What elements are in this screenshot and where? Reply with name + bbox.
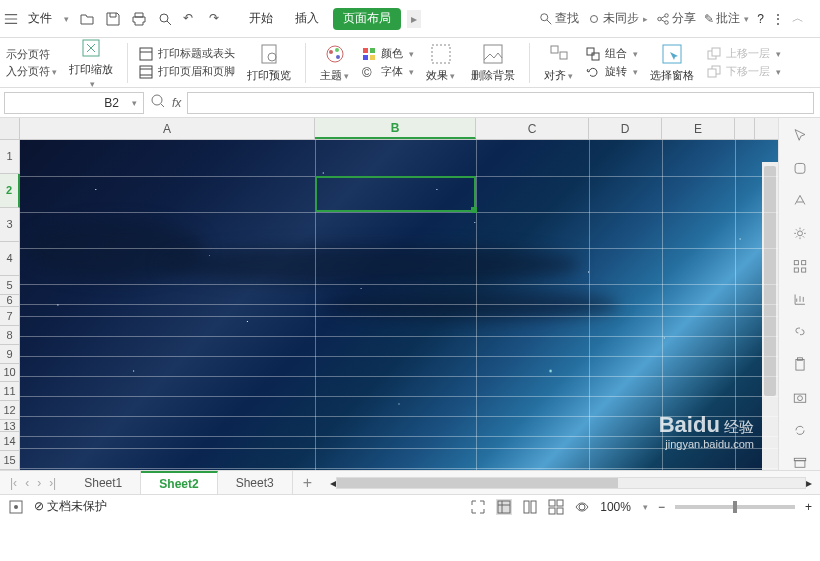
font-button[interactable]: ©字体▾ (361, 64, 414, 80)
undo-icon[interactable]: ↶ (183, 11, 199, 27)
shape-icon[interactable] (791, 161, 809, 176)
menu-icon[interactable] (4, 12, 18, 26)
camera-icon[interactable] (791, 390, 809, 405)
view-pagelayout-icon[interactable] (548, 499, 564, 515)
tab-scroll-icon[interactable]: ▸ (407, 10, 421, 28)
row-header[interactable]: 14 (0, 432, 20, 451)
row-header[interactable]: 4 (0, 242, 20, 276)
tab-next-icon[interactable]: › (37, 476, 41, 490)
cells-area[interactable]: Baidu 经验 jingyan.baidu.com (20, 140, 778, 470)
col-header-e[interactable]: E (662, 118, 735, 139)
preview-icon[interactable] (157, 11, 173, 27)
print-scaling-button[interactable]: 打印缩放▾ (65, 36, 117, 89)
col-header-b[interactable]: B (315, 118, 476, 139)
sheet-tab-1[interactable]: Sheet1 (66, 471, 141, 494)
group-button[interactable]: 组合▾ (585, 46, 638, 62)
help-icon[interactable]: ? (757, 12, 764, 26)
apps-icon[interactable] (791, 259, 809, 274)
zoom-value[interactable]: 100% (600, 500, 631, 514)
row-header[interactable]: 8 (0, 326, 20, 345)
tab-last-icon[interactable]: ›| (49, 476, 56, 490)
svg-point-32 (797, 231, 802, 236)
view-normal-icon[interactable] (496, 499, 512, 515)
insert-pagebreak-label[interactable]: 入分页符▾ (6, 64, 57, 79)
zoom-cell-icon[interactable] (150, 93, 166, 112)
print-header-footer-button[interactable]: 打印页眉和页脚 (138, 64, 235, 80)
col-header-d[interactable]: D (589, 118, 662, 139)
row-header[interactable]: 15 (0, 451, 20, 470)
sheet-tab-2[interactable]: Sheet2 (141, 471, 217, 494)
file-menu[interactable]: 文件 (22, 6, 58, 31)
col-header-a[interactable]: A (20, 118, 315, 139)
chart-icon[interactable] (791, 292, 809, 307)
horizontal-scrollbar[interactable] (336, 477, 806, 489)
row-header[interactable]: 5 (0, 276, 20, 295)
archive-icon[interactable] (791, 455, 809, 470)
tab-prev-icon[interactable]: ‹ (25, 476, 29, 490)
align-button[interactable]: 对齐▾ (540, 42, 577, 83)
settings-icon[interactable] (791, 226, 809, 241)
svg-rect-29 (708, 69, 716, 77)
svg-rect-50 (549, 508, 555, 514)
comment-button[interactable]: ✎ 批注▾ (704, 10, 749, 27)
zoom-in-button[interactable]: + (805, 500, 812, 514)
select-all-corner[interactable] (0, 118, 20, 139)
hscroll-right-icon[interactable]: ▸ (806, 476, 812, 490)
fullscreen-icon[interactable] (470, 499, 486, 515)
row-header[interactable]: 12 (0, 401, 20, 420)
rotate-button[interactable]: 旋转▾ (585, 64, 638, 80)
zoom-slider[interactable] (675, 505, 795, 509)
refresh-icon[interactable] (791, 423, 809, 438)
row-header[interactable]: 2 (0, 174, 20, 208)
add-sheet-button[interactable]: + (293, 474, 322, 492)
remove-bg-button[interactable]: 删除背景 (467, 42, 519, 83)
redo-icon[interactable]: ↷ (209, 11, 225, 27)
row-header[interactable]: 13 (0, 420, 20, 432)
fx-icon[interactable]: fx (172, 96, 181, 110)
print-preview-button[interactable]: 打印预览 (243, 42, 295, 83)
read-mode-icon[interactable] (574, 499, 590, 515)
col-header-c[interactable]: C (476, 118, 589, 139)
show-pagebreaks-label[interactable]: 示分页符 (6, 47, 57, 62)
row-header[interactable]: 1 (0, 140, 20, 174)
row-header[interactable]: 7 (0, 307, 20, 326)
doc-protect-status[interactable]: ⊘ 文档未保护 (34, 498, 107, 515)
effect-button[interactable]: 效果▾ (422, 42, 459, 83)
vertical-scrollbar[interactable] (762, 162, 778, 470)
zoom-out-button[interactable]: − (658, 500, 665, 514)
row-header[interactable]: 9 (0, 345, 20, 364)
collapse-ribbon-icon[interactable]: ︿ (792, 10, 810, 28)
name-box[interactable]: B2▾ (4, 92, 144, 114)
sync-button[interactable]: 未同步▸ (587, 10, 648, 27)
share-button[interactable]: 分享 (656, 10, 696, 27)
row-header[interactable]: 3 (0, 208, 20, 242)
color-button[interactable]: 颜色▾ (361, 46, 414, 62)
print-titles-button[interactable]: 打印标题或表头 (138, 46, 235, 62)
more-icon[interactable]: ⋮ (772, 12, 784, 26)
selection-pane-button[interactable]: 选择窗格 (646, 42, 698, 83)
svg-point-2 (658, 17, 662, 21)
record-macro-icon[interactable] (8, 499, 24, 515)
sheet-tab-3[interactable]: Sheet3 (218, 471, 293, 494)
row-header[interactable]: 10 (0, 364, 20, 383)
row-header[interactable]: 11 (0, 382, 20, 401)
cursor-icon[interactable] (791, 128, 809, 143)
selected-cell-b2[interactable] (315, 176, 476, 212)
tab-start[interactable]: 开始 (241, 0, 281, 37)
save-icon[interactable] (105, 11, 121, 27)
col-header-f[interactable] (735, 118, 755, 139)
tab-first-icon[interactable]: |‹ (10, 476, 17, 490)
find-button[interactable]: 查找 (539, 10, 579, 27)
open-icon[interactable] (79, 11, 95, 27)
link-icon[interactable] (791, 324, 809, 339)
view-pagebreak-icon[interactable] (522, 499, 538, 515)
tab-insert[interactable]: 插入 (287, 0, 327, 37)
formula-input[interactable] (187, 92, 814, 114)
clipboard-icon[interactable] (791, 357, 809, 372)
theme-button[interactable]: 主题▾ (316, 42, 353, 83)
tab-page-layout[interactable]: 页面布局 (333, 8, 401, 30)
print-icon[interactable] (131, 11, 147, 27)
row-header[interactable]: 6 (0, 295, 20, 307)
chevron-down-icon[interactable]: ▾ (132, 98, 137, 108)
text-icon[interactable] (791, 193, 809, 208)
